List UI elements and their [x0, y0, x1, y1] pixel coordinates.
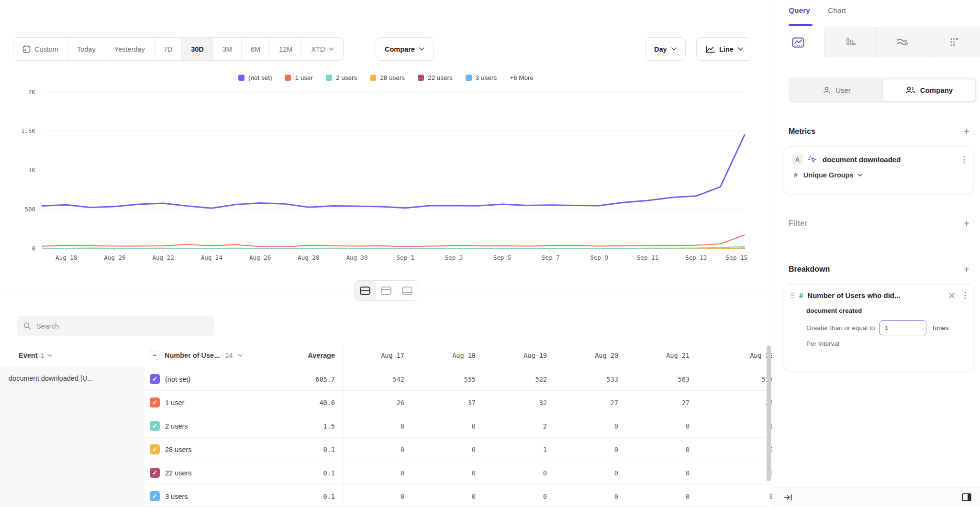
- range-custom-button[interactable]: Custom: [13, 38, 67, 60]
- average-value: 0.1: [261, 469, 344, 477]
- entity-company[interactable]: Company: [883, 79, 975, 101]
- legend-swatch: [466, 75, 472, 81]
- date-value: 0: [629, 446, 700, 453]
- event-name-cell[interactable]: document downloaded [U...: [0, 367, 145, 507]
- close-icon[interactable]: [948, 292, 955, 299]
- row-checkbox[interactable]: ✓: [150, 468, 160, 478]
- date-value: 0: [344, 469, 415, 477]
- layout-bottom-button[interactable]: [397, 281, 418, 300]
- add-metric-button[interactable]: +: [962, 127, 971, 137]
- svg-text:Sep 9: Sep 9: [590, 254, 608, 261]
- svg-text:Aug 30: Aug 30: [346, 254, 368, 261]
- legend-item[interactable]: 2 users: [326, 74, 357, 81]
- metric-card[interactable]: A document downloaded # Unique Groups: [784, 146, 973, 194]
- date-value: 522: [486, 375, 557, 383]
- event-column-header[interactable]: Event 1: [0, 352, 145, 359]
- legend-item[interactable]: 1 user: [285, 74, 313, 81]
- average-column-divider: [344, 343, 344, 507]
- metric-kebab-icon[interactable]: [963, 156, 965, 164]
- row-checkbox[interactable]: ✓: [150, 491, 160, 501]
- tab-query[interactable]: Query: [789, 6, 810, 15]
- panel-layout-icon[interactable]: [962, 493, 971, 501]
- row-checkbox[interactable]: ✓: [150, 444, 160, 454]
- event-click-icon: [808, 155, 817, 164]
- date-value: 0: [486, 493, 557, 500]
- range-30d-button[interactable]: 30D: [181, 38, 213, 60]
- average-column-header: Average: [261, 352, 344, 359]
- breakdown-title[interactable]: Number of Users who did...: [807, 291, 944, 299]
- range-yesterday-button[interactable]: Yesterday: [105, 38, 154, 60]
- date-value: 542: [344, 375, 415, 383]
- chart-type-line[interactable]: [772, 27, 824, 57]
- legend-label: 22 users: [428, 74, 453, 81]
- date-value: 2: [700, 422, 772, 430]
- legend-item[interactable]: 22 users: [418, 74, 453, 81]
- range-12m-button[interactable]: 12M: [269, 38, 301, 60]
- range-7d-button[interactable]: 7D: [154, 38, 182, 60]
- date-value: 555: [415, 375, 486, 383]
- row-checkbox[interactable]: ✓: [150, 397, 160, 408]
- date-value: 563: [629, 375, 700, 383]
- compare-button[interactable]: Compare: [376, 37, 434, 61]
- chart-type-bar[interactable]: [824, 27, 876, 57]
- group-label: 1 user: [165, 399, 184, 407]
- sidebar-bottom-bar: [772, 487, 980, 507]
- legend-swatch: [370, 75, 376, 81]
- date-value: 0: [415, 422, 486, 430]
- chart-type-grid-dots[interactable]: [928, 27, 980, 57]
- group-label: 3 users: [165, 493, 188, 500]
- calendar-icon: [22, 45, 31, 53]
- date-value: 0: [344, 422, 415, 430]
- row-checkbox[interactable]: ✓: [150, 374, 160, 384]
- legend-more-button[interactable]: +6 More: [510, 74, 534, 81]
- range-xtd-button[interactable]: XTD: [301, 38, 343, 60]
- layout-split-button[interactable]: [355, 281, 376, 300]
- breakdown-event-name[interactable]: document created: [806, 307, 966, 314]
- average-value: 40.6: [261, 399, 344, 407]
- metric-event-name[interactable]: document downloaded: [823, 155, 958, 164]
- breakdown-kebab-icon[interactable]: [964, 292, 966, 299]
- row-checkbox[interactable]: ✓: [150, 421, 160, 431]
- table-scrollbar[interactable]: [767, 345, 771, 481]
- group-label: 28 users: [165, 446, 192, 453]
- drag-handle-icon[interactable]: [790, 292, 795, 299]
- grid-dots-icon: [948, 37, 960, 47]
- legend-item[interactable]: (not set): [238, 74, 272, 81]
- average-value: 1.5: [261, 422, 344, 430]
- layout-top-button[interactable]: [376, 281, 397, 300]
- entity-user[interactable]: User: [791, 79, 883, 101]
- chevron-down-icon: [671, 47, 677, 51]
- search-box: [17, 316, 214, 336]
- svg-text:Aug 28: Aug 28: [298, 254, 319, 261]
- range-label: 12M: [279, 45, 292, 53]
- results-table: Event 1 − Number of Use... 24 Average Au…: [0, 343, 772, 507]
- select-all-checkbox[interactable]: −: [150, 351, 159, 360]
- measure-selector[interactable]: Unique Groups: [803, 171, 862, 179]
- legend-item[interactable]: 28 users: [370, 74, 405, 81]
- average-value: 0.1: [261, 493, 344, 500]
- chevron-down-icon[interactable]: [238, 354, 243, 357]
- search-input[interactable]: [36, 322, 207, 330]
- interval-button[interactable]: Day: [645, 37, 686, 61]
- chart-type-button[interactable]: Line: [696, 37, 752, 61]
- chart-canvas[interactable]: 05001K1.5K2KAug 18Aug 20Aug 22Aug 24Aug …: [0, 85, 772, 269]
- svg-text:Aug 24: Aug 24: [201, 254, 223, 261]
- legend-label: (not set): [248, 74, 272, 81]
- tab-chart[interactable]: Chart: [828, 6, 846, 15]
- flow-chart-icon: [895, 37, 909, 47]
- chart-type-flow[interactable]: [876, 27, 928, 57]
- legend-item[interactable]: 3 users: [466, 74, 497, 81]
- svg-text:1.5K: 1.5K: [21, 127, 36, 134]
- add-filter-button[interactable]: +: [962, 219, 971, 229]
- legend-label: 3 users: [476, 74, 497, 81]
- date-value: 0: [700, 493, 772, 500]
- range-3m-button[interactable]: 3M: [213, 38, 241, 60]
- metric-row: A document downloaded: [792, 154, 965, 165]
- collapse-sidebar-icon[interactable]: [784, 494, 792, 501]
- add-breakdown-button[interactable]: +: [962, 265, 971, 275]
- condition-value-input[interactable]: [880, 320, 926, 335]
- range-today-button[interactable]: Today: [67, 38, 105, 60]
- range-6m-button[interactable]: 6M: [241, 38, 269, 60]
- group-label: (not set): [165, 375, 190, 383]
- range-label: Yesterday: [114, 45, 145, 53]
